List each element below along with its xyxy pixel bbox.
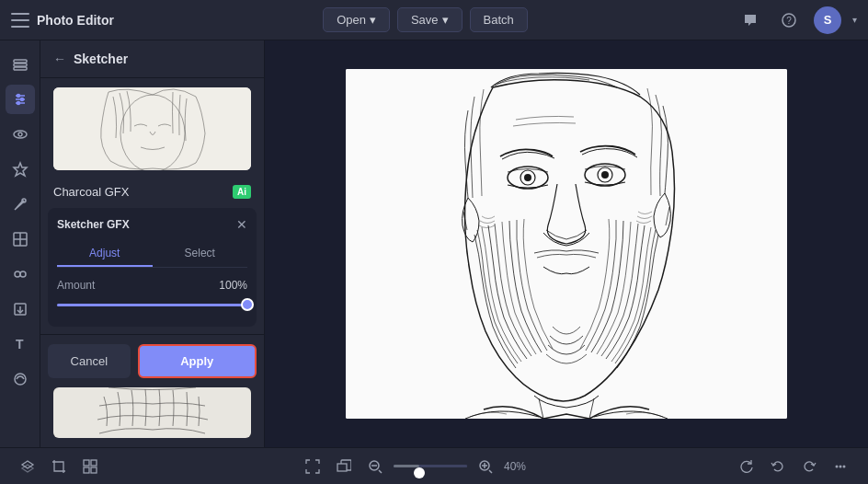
zoom-control: 40% xyxy=(300,454,537,479)
rotate-right-icon[interactable] xyxy=(734,454,760,479)
svg-rect-4 xyxy=(14,67,27,70)
svg-marker-13 xyxy=(14,163,27,176)
svg-point-10 xyxy=(17,102,19,105)
app-title: Photo Editor xyxy=(37,13,114,28)
user-chevron-icon[interactable]: ▾ xyxy=(852,15,857,25)
amount-slider-row: Amount 100% xyxy=(57,279,247,292)
preset-name: Charcoal GFX xyxy=(53,185,129,199)
tab-select[interactable]: Select xyxy=(153,241,248,267)
bottom-thumbnail xyxy=(53,387,251,438)
svg-point-8 xyxy=(20,98,23,101)
redo-icon[interactable] xyxy=(796,454,822,479)
batch-button[interactable]: Batch xyxy=(470,7,528,32)
panel-actions: Cancel Apply xyxy=(40,334,264,387)
ai-badge: Ai xyxy=(233,185,251,199)
svg-rect-36 xyxy=(84,460,89,466)
svg-rect-2 xyxy=(14,60,27,63)
panel-title: Sketcher xyxy=(74,52,128,66)
svg-line-42 xyxy=(379,470,382,473)
topbar: Photo Editor Open ▾ Save ▾ Batch ? S ▾ xyxy=(0,0,868,40)
amount-fill xyxy=(57,304,247,306)
svg-rect-3 xyxy=(14,63,27,66)
more-options-icon[interactable] xyxy=(828,454,853,479)
close-sub-panel-button[interactable]: ✕ xyxy=(236,217,247,232)
svg-text:T: T xyxy=(16,337,24,351)
svg-point-23 xyxy=(15,374,26,385)
tab-adjust[interactable]: Adjust xyxy=(57,241,153,267)
chevron-down-icon: ▾ xyxy=(370,13,376,27)
svg-rect-39 xyxy=(91,467,97,473)
svg-point-30 xyxy=(524,174,531,181)
svg-rect-37 xyxy=(91,460,97,466)
table-icon[interactable] xyxy=(6,225,35,254)
zoom-out-icon[interactable] xyxy=(362,454,388,479)
amount-value: 100% xyxy=(219,279,247,292)
effects-icon[interactable] xyxy=(6,155,35,184)
zoom-slider[interactable] xyxy=(394,465,467,467)
bottom-tools-left xyxy=(15,454,103,479)
apply-button[interactable]: Apply xyxy=(138,344,257,378)
open-button[interactable]: Open ▾ xyxy=(323,7,390,32)
sub-panel-title: Sketcher GFX xyxy=(57,218,130,231)
svg-point-18 xyxy=(15,271,20,277)
amount-track xyxy=(57,304,247,306)
amount-slider-group: Amount 100% xyxy=(57,279,247,314)
adjustments-icon[interactable] xyxy=(6,85,35,114)
transform-icon[interactable] xyxy=(331,454,357,479)
chevron-down-icon: ▾ xyxy=(442,13,449,27)
layers-bottom-icon[interactable] xyxy=(15,454,40,479)
topbar-center: Open ▾ Save ▾ Batch xyxy=(114,7,737,32)
svg-point-48 xyxy=(836,465,839,467)
mask-icon[interactable] xyxy=(6,364,35,394)
sub-panel-header: Sketcher GFX ✕ xyxy=(57,217,247,232)
main-area: T ← Sketcher xyxy=(0,40,868,447)
amount-thumb[interactable] xyxy=(241,298,254,311)
preview-thumbnail xyxy=(53,87,251,170)
text-icon[interactable]: T xyxy=(6,329,35,359)
svg-rect-38 xyxy=(84,467,89,473)
topbar-left: Photo Editor xyxy=(11,13,114,28)
svg-point-49 xyxy=(839,465,842,467)
user-avatar[interactable]: S xyxy=(814,6,841,34)
svg-point-12 xyxy=(18,133,22,136)
crop-icon[interactable] xyxy=(46,454,72,479)
layers-icon[interactable] xyxy=(6,50,35,79)
menu-icon[interactable] xyxy=(11,13,29,28)
panel-header: ← Sketcher xyxy=(40,40,264,78)
icon-bar: T xyxy=(0,40,40,447)
preset-label-row: Charcoal GFX Ai xyxy=(40,179,264,208)
help-icon[interactable]: ? xyxy=(775,6,803,34)
zoom-value: 40% xyxy=(504,460,537,473)
svg-text:?: ? xyxy=(786,16,792,26)
svg-rect-40 xyxy=(337,464,347,471)
eye-icon[interactable] xyxy=(6,120,35,149)
svg-rect-24 xyxy=(53,87,251,170)
undo-icon[interactable] xyxy=(765,454,791,479)
zoom-in-icon[interactable] xyxy=(473,454,498,479)
side-panel: ← Sketcher xyxy=(40,40,265,447)
svg-rect-26 xyxy=(53,387,251,438)
amount-label: Amount xyxy=(57,279,95,292)
save-button[interactable]: Save ▾ xyxy=(397,7,463,32)
grid-icon[interactable] xyxy=(77,454,103,479)
sub-panel: Sketcher GFX ✕ Adjust Select Amount 100% xyxy=(48,208,257,327)
brush-icon[interactable] xyxy=(6,190,35,219)
canvas-area xyxy=(265,40,868,447)
back-button[interactable]: ← xyxy=(53,52,66,66)
export-icon[interactable] xyxy=(6,294,35,324)
topbar-right: ? S ▾ xyxy=(737,6,857,34)
svg-line-45 xyxy=(489,470,492,473)
cancel-button[interactable]: Cancel xyxy=(48,344,131,378)
group-icon[interactable] xyxy=(6,259,35,289)
svg-point-50 xyxy=(843,465,846,467)
chat-icon[interactable] xyxy=(737,6,764,34)
tabs: Adjust Select xyxy=(57,241,247,268)
fit-screen-icon[interactable] xyxy=(300,454,326,479)
amount-slider[interactable] xyxy=(57,295,247,314)
svg-point-11 xyxy=(14,131,27,138)
bottom-bar: 40% xyxy=(0,447,868,484)
svg-point-33 xyxy=(601,171,609,179)
svg-point-6 xyxy=(17,95,19,98)
bottom-tools-right xyxy=(734,454,853,479)
svg-point-19 xyxy=(20,271,26,277)
